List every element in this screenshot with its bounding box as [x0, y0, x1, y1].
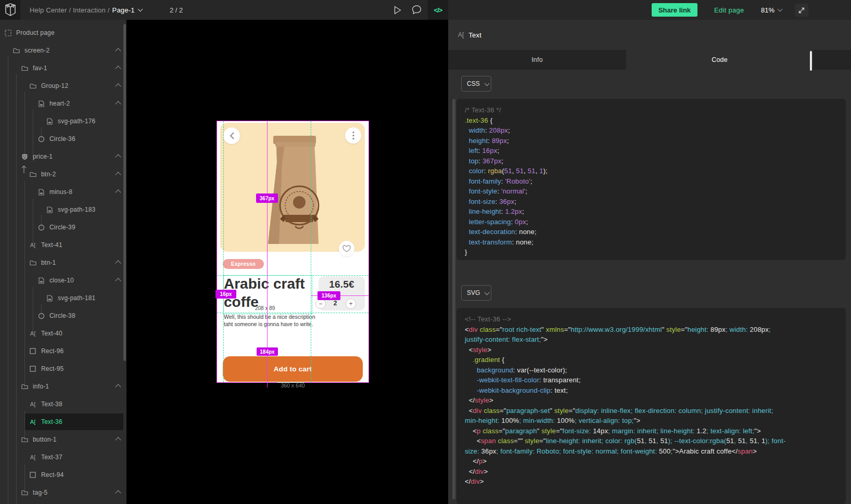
- layer-row-btn-2[interactable]: btn-2: [0, 165, 126, 183]
- layer-row-screen-2[interactable]: screen-2: [0, 42, 126, 59]
- svg-file-icon: [47, 118, 53, 125]
- layer-row-minus-8[interactable]: minus-8: [0, 183, 126, 201]
- breadcrumb-current-page[interactable]: Page-1: [112, 6, 135, 14]
- css-code-block[interactable]: /* Text-36 */.text-36 { width: 208px; he…: [456, 99, 846, 260]
- chevron-up-icon[interactable]: [115, 101, 121, 107]
- quantity-value: 2: [332, 300, 339, 307]
- favorite-button[interactable]: [339, 241, 354, 256]
- layer-row-svg-path-176[interactable]: svg-path-176: [0, 112, 126, 130]
- layer-row-product page[interactable]: Product page: [0, 24, 126, 42]
- chevron-up-icon[interactable]: [115, 278, 121, 283]
- layer-label: Text-36: [41, 418, 62, 425]
- add-to-cart-button[interactable]: Add to cart: [223, 356, 363, 382]
- folder-icon: [21, 66, 28, 71]
- layer-row-text-41[interactable]: A[Text-41: [0, 236, 126, 254]
- device-frame[interactable]: Expresso Arabic craft coffe 208 x 89 16.…: [217, 121, 369, 382]
- text-layer-icon: A[: [30, 242, 35, 248]
- layer-row-circle-38[interactable]: Circle-38: [0, 307, 126, 325]
- layer-row-text-40[interactable]: A[Text-40: [0, 325, 126, 342]
- product-tag-badge[interactable]: Expresso: [223, 259, 264, 269]
- heart-icon: [342, 245, 351, 252]
- layer-row-text-36[interactable]: A[Text-36: [0, 413, 126, 431]
- coffee-bag-image: [263, 133, 323, 248]
- zoom-level-dropdown[interactable]: 81%: [761, 0, 782, 20]
- breadcrumb[interactable]: Help Center / Interaction / Page-1: [30, 0, 142, 20]
- layer-row-svg-path-183[interactable]: svg-path-183: [0, 201, 126, 218]
- layer-row-circle-36[interactable]: Circle-36: [0, 130, 126, 148]
- layer-row-svg-path-181[interactable]: svg-path-181: [0, 289, 126, 307]
- svg-code-block[interactable]: <!-- Text-36 --><div class="root rich-te…: [456, 308, 846, 504]
- folder-icon: [30, 260, 36, 266]
- panel-scrollbar-thumb[interactable]: [810, 51, 812, 71]
- chevron-up-icon[interactable]: [115, 189, 121, 195]
- layer-row-text-37[interactable]: A[Text-37: [0, 448, 126, 466]
- quantity-decrease-button[interactable]: −: [315, 299, 326, 309]
- layer-row-fav-1[interactable]: fav-1: [0, 59, 126, 77]
- frame-icon: [5, 30, 11, 36]
- more-options-button[interactable]: [345, 127, 361, 144]
- rect-icon: [30, 472, 36, 478]
- layer-row-close-10[interactable]: close-10: [0, 272, 126, 289]
- sidebar-scrollbar[interactable]: [123, 24, 126, 361]
- layer-label: screen-2: [24, 47, 49, 54]
- layer-row-price-1[interactable]: price-1: [0, 148, 126, 165]
- horizontal-guide: [217, 275, 369, 276]
- code-line: /* Text-36 */: [465, 105, 837, 115]
- layer-row-rect-96[interactable]: Rect-96: [0, 342, 126, 360]
- tab-code[interactable]: Code: [626, 50, 813, 70]
- back-button[interactable]: [223, 127, 240, 144]
- layer-row-btn-1[interactable]: btn-1: [0, 254, 126, 272]
- text-layer-icon: A[: [30, 401, 35, 407]
- layer-tree: Product pagescreen-2fav-1Group-12heart-2…: [0, 24, 126, 501]
- chevron-up-icon[interactable]: [115, 83, 121, 89]
- code-line: .text-36 {: [465, 115, 837, 126]
- chevron-up-icon[interactable]: [115, 384, 121, 390]
- layer-row-button-1[interactable]: button-1: [0, 431, 126, 448]
- circle-icon: [38, 224, 45, 231]
- layer-row-tag-5[interactable]: tag-5: [0, 484, 126, 501]
- folder-icon: [21, 490, 28, 496]
- chevron-up-icon[interactable]: [115, 154, 121, 160]
- play-button[interactable]: [390, 0, 405, 20]
- code-line: font-family: 'Roboto';: [465, 176, 837, 187]
- comment-button[interactable]: [408, 0, 425, 20]
- selection-size-label: 208 x 89: [255, 305, 275, 311]
- rect-icon: [30, 366, 36, 372]
- layer-row-rect-94[interactable]: Rect-94: [0, 466, 126, 484]
- code-line: <div class="paragraph-set" style="displa…: [465, 406, 837, 416]
- tab-bar-filler: [813, 50, 851, 70]
- code-view-button[interactable]: </>: [428, 0, 448, 20]
- chevron-up-icon[interactable]: [115, 437, 121, 443]
- layer-row-heart-2[interactable]: heart-2: [0, 95, 126, 112]
- layer-row-circle-39[interactable]: Circle-39: [0, 218, 126, 236]
- measure-label-width: 136px: [317, 291, 340, 300]
- top-bar: Help Center / Interaction / Page-1 2 / 2…: [0, 0, 851, 20]
- layer-row-rect-95[interactable]: Rect-95: [0, 360, 126, 378]
- layer-label: info-1: [33, 383, 49, 390]
- breadcrumb-path: Help Center / Interaction /: [30, 6, 110, 14]
- share-link-button[interactable]: Share link: [652, 3, 697, 17]
- chevron-up-icon[interactable]: [115, 260, 121, 266]
- measure-label-bottom: 184px: [257, 347, 278, 356]
- layer-row-info-1[interactable]: info-1: [0, 378, 126, 395]
- inspect-panel: A[ Text Info Code CSS /* Text-36 */.text…: [448, 20, 851, 504]
- panel-left-scrollbar[interactable]: [452, 99, 455, 499]
- code-line: height: 89px;: [465, 136, 837, 146]
- layer-row-group-12[interactable]: Group-12: [0, 77, 126, 95]
- chevron-up-icon[interactable]: [115, 490, 121, 496]
- layer-row-text-38[interactable]: A[Text-38: [0, 395, 126, 413]
- chevron-up-icon[interactable]: [115, 66, 121, 71]
- css-format-dropdown[interactable]: CSS: [461, 76, 491, 92]
- edit-page-link[interactable]: Edit page: [714, 0, 744, 20]
- tab-info[interactable]: Info: [448, 50, 626, 70]
- layer-label: svg-path-183: [58, 206, 95, 213]
- fullscreen-button[interactable]: [795, 4, 808, 17]
- code-line: font-size: 36px;: [465, 197, 837, 207]
- chevron-up-icon[interactable]: [115, 172, 121, 177]
- svg-format-dropdown[interactable]: SVG: [461, 285, 491, 301]
- chevron-down-icon: [778, 7, 783, 12]
- chevron-down-icon[interactable]: [137, 7, 143, 12]
- quantity-increase-button[interactable]: +: [346, 299, 356, 309]
- chevron-up-icon[interactable]: [115, 48, 121, 54]
- app-logo[interactable]: [0, 0, 20, 20]
